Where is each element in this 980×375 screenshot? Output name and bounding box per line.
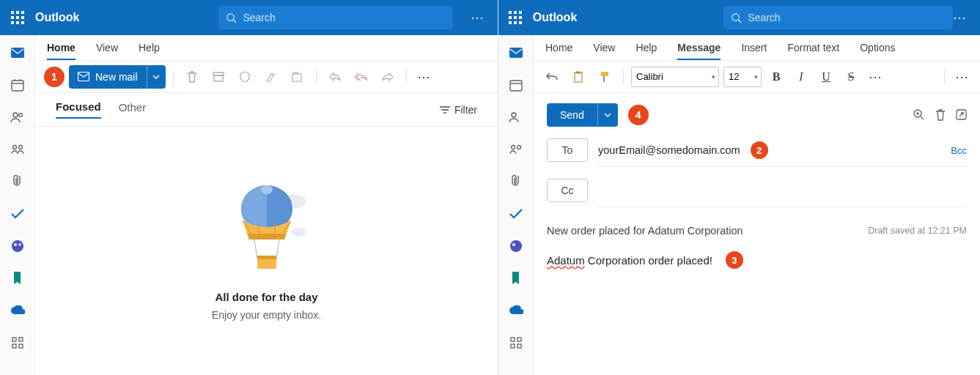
chevron-down-icon	[152, 75, 160, 79]
toolbar-more-button[interactable]: ⋯	[414, 69, 435, 85]
svg-rect-42	[511, 338, 515, 341]
tab-home[interactable]: Home	[545, 42, 572, 60]
tab-view[interactable]: View	[96, 42, 118, 60]
tab-home[interactable]: Home	[47, 42, 75, 60]
more-apps-icon[interactable]	[509, 335, 523, 350]
paste-button[interactable]	[567, 66, 589, 88]
ribbon-tabs: Home View Help	[35, 35, 498, 61]
more-apps-icon[interactable]	[10, 335, 25, 350]
subject-field[interactable]: New order placed for Adatum Corporation	[547, 225, 743, 237]
format-more-button[interactable]: ⋯	[866, 69, 886, 85]
svg-point-39	[517, 146, 520, 149]
new-mail-button[interactable]: New mail	[69, 65, 166, 89]
bookings-icon[interactable]	[509, 271, 523, 286]
app-launcher-button[interactable]	[498, 11, 533, 24]
to-button[interactable]: To	[547, 138, 588, 162]
reply-all-button[interactable]	[350, 66, 372, 88]
tab-format-text[interactable]: Format text	[787, 42, 839, 60]
app-launcher-button[interactable]	[0, 11, 35, 24]
font-size-select[interactable]: 12	[723, 67, 762, 87]
waffle-icon	[509, 11, 522, 24]
svg-point-27	[261, 185, 273, 194]
mail-icon[interactable]	[10, 45, 25, 60]
discard-button[interactable]	[935, 109, 946, 121]
underline-button[interactable]: U	[816, 67, 836, 87]
chevron-down-icon	[604, 113, 611, 117]
sweep-button[interactable]	[260, 66, 282, 88]
undo-button[interactable]	[541, 66, 563, 88]
tab-help[interactable]: Help	[635, 42, 657, 60]
ribbon-more-button[interactable]: ⋯	[952, 69, 973, 85]
left-nav-rail	[498, 35, 534, 375]
svg-line-1	[234, 20, 237, 23]
forward-button[interactable]	[377, 66, 399, 88]
onedrive-icon[interactable]	[509, 303, 523, 318]
search-placeholder: Search	[748, 12, 780, 23]
header-more-button[interactable]: ⋯	[471, 10, 485, 26]
onedrive-icon[interactable]	[10, 303, 25, 318]
svg-point-12	[14, 243, 17, 246]
popout-button[interactable]	[956, 109, 967, 121]
tab-options[interactable]: Options	[860, 42, 895, 60]
empty-state: All done for the day Enjoy your empty in…	[35, 127, 498, 375]
report-button[interactable]	[234, 66, 256, 88]
filter-button[interactable]: Filter	[440, 104, 477, 116]
groups-icon[interactable]	[509, 142, 523, 157]
bcc-button[interactable]: Bcc	[951, 145, 967, 156]
svg-point-13	[18, 243, 21, 246]
callout-1: 1	[44, 67, 65, 87]
tab-insert[interactable]: Insert	[741, 42, 767, 60]
format-painter-button[interactable]	[594, 66, 616, 88]
tab-help[interactable]: Help	[139, 42, 160, 60]
compose-area: Send 4 To yourEmail@somedomain.com 2 Bcc	[534, 93, 980, 375]
search-icon	[226, 12, 237, 23]
teams-icon[interactable]	[10, 239, 25, 253]
send-button[interactable]: Send	[547, 103, 618, 127]
todo-icon[interactable]	[10, 207, 25, 221]
other-tab[interactable]: Other	[119, 101, 147, 118]
svg-rect-48	[601, 72, 608, 76]
files-icon[interactable]	[509, 174, 523, 189]
search-box[interactable]: Search	[723, 6, 953, 29]
send-split[interactable]	[597, 103, 618, 127]
tab-view[interactable]: View	[593, 42, 615, 60]
reply-button[interactable]	[324, 66, 346, 88]
message-body[interactable]: Adatum Corporation order placed!	[547, 254, 712, 267]
delete-button[interactable]	[181, 66, 203, 88]
bookings-icon[interactable]	[10, 271, 25, 286]
cc-button[interactable]: Cc	[547, 179, 588, 202]
app-title: Outlook	[35, 11, 79, 24]
teams-icon[interactable]	[509, 239, 523, 253]
to-value[interactable]: yourEmail@somedomain.com	[598, 144, 740, 156]
files-icon[interactable]	[10, 174, 25, 189]
strike-button[interactable]: S	[841, 67, 861, 87]
new-mail-split[interactable]	[147, 65, 166, 89]
svg-point-40	[510, 240, 522, 252]
mail-icon[interactable]	[509, 45, 523, 60]
people-icon[interactable]	[10, 110, 25, 125]
move-button[interactable]	[287, 66, 309, 88]
people-icon[interactable]	[509, 110, 523, 125]
archive-button[interactable]	[207, 66, 229, 88]
groups-icon[interactable]	[10, 142, 25, 157]
left-nav-rail	[0, 35, 35, 375]
svg-point-8	[18, 114, 22, 117]
focused-tab[interactable]: Focused	[56, 100, 101, 119]
tab-message[interactable]: Message	[677, 42, 721, 60]
calendar-icon[interactable]	[509, 78, 523, 92]
todo-icon[interactable]	[509, 207, 523, 221]
home-toolbar: 1 New mail ⋯	[35, 61, 498, 93]
font-select[interactable]: Calibri	[631, 67, 719, 87]
search-box[interactable]: Search	[218, 6, 453, 29]
svg-line-29	[276, 240, 279, 259]
zoom-button[interactable]	[913, 109, 925, 121]
callout-3: 3	[726, 251, 743, 269]
header-more-button[interactable]: ⋯	[953, 10, 967, 26]
italic-button[interactable]: I	[791, 67, 811, 87]
draft-status: Draft saved at 12:21 PM	[868, 226, 967, 236]
svg-point-32	[732, 13, 739, 20]
bold-button[interactable]: B	[766, 67, 786, 87]
svg-point-26	[291, 228, 306, 237]
waffle-icon	[11, 11, 24, 24]
calendar-icon[interactable]	[10, 78, 25, 92]
